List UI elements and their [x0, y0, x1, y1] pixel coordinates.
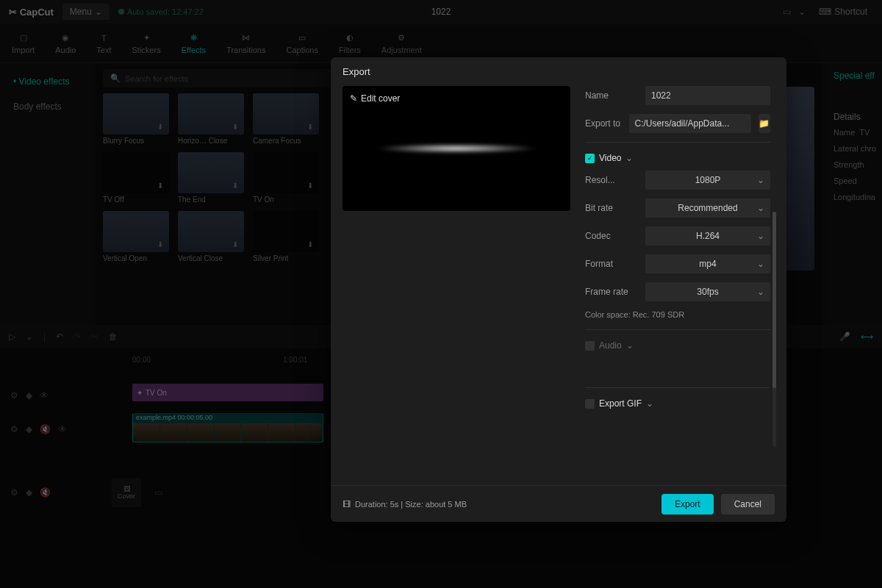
- export-button[interactable]: Export: [662, 494, 714, 514]
- export-dialog: Export ✎Edit cover Name Export to 📁 ✓Vid…: [331, 57, 786, 522]
- dialog-scrollbar[interactable]: [772, 212, 776, 447]
- cancel-button[interactable]: Cancel: [721, 494, 775, 514]
- browse-folder-button[interactable]: 📁: [759, 114, 771, 133]
- fps-label: Frame rate: [585, 287, 638, 297]
- exportto-input[interactable]: [629, 114, 751, 133]
- gif-checkbox[interactable]: [585, 399, 595, 409]
- chevron-down-icon: ⌄: [646, 398, 653, 409]
- video-section-header[interactable]: ✓Video⌄: [585, 153, 770, 163]
- format-label: Format: [585, 259, 638, 269]
- format-select[interactable]: mp4: [645, 254, 770, 273]
- chevron-down-icon: ⌄: [626, 340, 634, 351]
- gif-section-header[interactable]: Export GIF⌄: [585, 398, 770, 409]
- audio-section-header[interactable]: Audio⌄: [585, 340, 770, 351]
- name-label: Name: [585, 90, 638, 101]
- video-checkbox[interactable]: ✓: [585, 154, 595, 163]
- pencil-icon: ✎: [350, 93, 357, 104]
- resolution-select[interactable]: 1080P: [645, 171, 770, 190]
- dialog-title: Export: [331, 57, 786, 86]
- exportto-label: Export to: [585, 118, 622, 129]
- bitrate-label: Bit rate: [585, 203, 638, 213]
- codec-label: Codec: [585, 231, 638, 241]
- edit-cover-button[interactable]: ✎Edit cover: [350, 93, 400, 104]
- name-input[interactable]: [645, 86, 770, 105]
- codec-select[interactable]: H.264: [645, 226, 770, 245]
- folder-icon: 📁: [759, 118, 770, 129]
- fps-select[interactable]: 30fps: [645, 282, 770, 301]
- resolution-label: Resol...: [585, 175, 638, 185]
- chevron-down-icon: ⌄: [625, 153, 633, 163]
- colorspace-info: Color space: Rec. 709 SDR: [585, 310, 770, 319]
- bitrate-select[interactable]: Recommended: [645, 198, 770, 218]
- export-info: 🎞Duration: 5s | Size: about 5 MB: [343, 500, 467, 509]
- audio-checkbox[interactable]: [585, 341, 595, 351]
- film-icon: 🎞: [343, 500, 351, 509]
- cover-preview[interactable]: ✎Edit cover: [343, 86, 570, 211]
